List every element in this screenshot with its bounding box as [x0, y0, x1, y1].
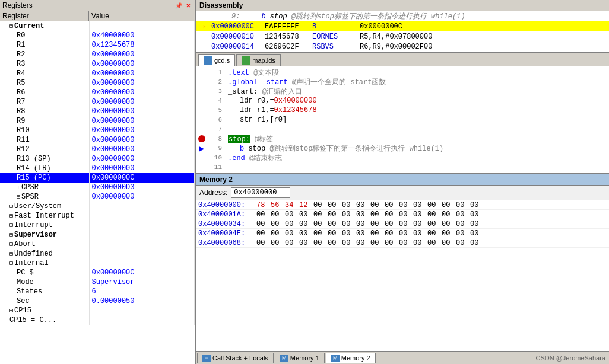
- register-name: ⊞Supervisor: [0, 230, 89, 240]
- code-line-number: 9: [208, 145, 226, 152]
- btab-memory1[interactable]: M Memory 1: [275, 353, 325, 363]
- register-row[interactable]: R14 (LR)0x00000000: [0, 164, 195, 173]
- register-row[interactable]: R60x00000000: [0, 88, 195, 97]
- memory-byte: 00: [470, 239, 482, 247]
- close-icon[interactable]: ✕: [184, 1, 192, 9]
- memory-byte: 00: [370, 239, 382, 247]
- disasm-operands: 0x0000000C: [357, 21, 609, 31]
- register-row[interactable]: ⊟Internal: [0, 258, 195, 268]
- memory-byte: 00: [427, 201, 439, 209]
- register-name: R7: [0, 97, 89, 107]
- register-row[interactable]: R13 (SP)0x00000000: [0, 154, 195, 164]
- register-row[interactable]: R100x00000000: [0, 126, 195, 135]
- memory-byte: 00: [342, 229, 354, 238]
- register-row[interactable]: ⊞Interrupt: [0, 221, 195, 230]
- tab-gcds[interactable]: gcd.s: [198, 54, 235, 66]
- register-row[interactable]: ⊞CPSR0x000000D3: [0, 183, 195, 192]
- register-value: 0x00000000: [89, 145, 195, 154]
- memory-row-address: 0x40000034:: [196, 220, 255, 228]
- memory-byte: 00: [413, 210, 425, 219]
- memory-byte: 00: [413, 201, 425, 209]
- btab-memory2[interactable]: M Memory 2: [326, 353, 376, 363]
- expand-icon[interactable]: ⊞: [9, 203, 13, 210]
- pin-icon[interactable]: 📌: [175, 1, 183, 9]
- btab-mem1-label: Memory 1: [290, 355, 319, 362]
- registers-panel-header: Registers 📌 ✕: [0, 0, 195, 11]
- code-section: gcd.s map.lds 1.text @文本段2.global _start…: [196, 53, 609, 174]
- register-row[interactable]: ModeSupervisor: [0, 277, 195, 287]
- code-area: 1.text @文本段2.global _start @声明一个全局的_star…: [196, 66, 609, 173]
- register-value: [89, 202, 195, 211]
- memory-address-input[interactable]: [231, 187, 290, 198]
- panel-header-icons: 📌 ✕: [175, 1, 192, 9]
- register-row[interactable]: ⊞SPSR0x00000000: [0, 192, 195, 202]
- memory-byte: 00: [313, 201, 325, 209]
- register-row[interactable]: R00x40000000: [0, 31, 195, 40]
- register-row[interactable]: ⊞Fast Interrupt: [0, 211, 195, 221]
- memory-byte: 00: [313, 229, 325, 238]
- disasm-address: 0x00000014: [209, 41, 262, 52]
- registers-scroll[interactable]: ⊟CurrentR00x40000000R10x12345678R20x0000…: [0, 21, 195, 364]
- expand-icon[interactable]: ⊞: [17, 194, 20, 200]
- register-value: 0x40000000: [89, 31, 195, 40]
- register-row[interactable]: ⊞User/System: [0, 202, 195, 211]
- memory-byte: 00: [328, 220, 340, 228]
- register-value: 0x00000000: [89, 116, 195, 126]
- register-value: 0x00000000: [89, 192, 195, 202]
- tab-gcds-icon: [204, 56, 212, 65]
- register-row[interactable]: States6: [0, 287, 195, 296]
- disasm-operands: R6,R9,#0x00002F00: [357, 41, 609, 52]
- memory-byte: 00: [313, 210, 325, 219]
- expand-icon[interactable]: ⊞: [9, 308, 13, 314]
- memory-byte: 00: [299, 210, 311, 219]
- code-line-content: ldr r0,=0x40000000: [226, 97, 609, 105]
- expand-icon[interactable]: ⊞: [9, 222, 13, 229]
- register-row[interactable]: Sec0.00000050: [0, 296, 195, 306]
- register-row[interactable]: R90x00000000: [0, 116, 195, 126]
- register-value: 0x00000000: [89, 78, 195, 88]
- memory-byte: 00: [285, 239, 297, 247]
- memory-byte: 00: [356, 220, 368, 228]
- register-row[interactable]: ⊞Abort: [0, 240, 195, 249]
- register-value: 6: [89, 287, 195, 296]
- btab-callstack[interactable]: ≡ Call Stack + Locals: [197, 353, 274, 363]
- expand-icon[interactable]: ⊞: [9, 213, 13, 219]
- register-row[interactable]: R40x00000000: [0, 69, 195, 78]
- code-line: ▶9b stop @跳转到stop标签下的第一条指令进行执行 while(1): [196, 143, 609, 153]
- register-row[interactable]: R50x00000000: [0, 78, 195, 88]
- register-row[interactable]: R10x12345678: [0, 40, 195, 50]
- register-row[interactable]: R110x00000000: [0, 135, 195, 145]
- register-row[interactable]: R15 (PC)0x0000000C: [0, 173, 195, 183]
- register-value: 0x0000000C: [89, 173, 195, 183]
- register-row[interactable]: R70x00000000: [0, 97, 195, 107]
- expand-icon[interactable]: ⊞: [9, 241, 13, 248]
- register-row[interactable]: R20x00000000: [0, 50, 195, 59]
- expand-icon[interactable]: ⊞: [9, 251, 13, 257]
- memory-row-address: 0x4000004E:: [196, 229, 255, 238]
- register-row[interactable]: ⊞Supervisor: [0, 230, 195, 240]
- register-value: 0.00000050: [89, 296, 195, 306]
- register-row[interactable]: ⊞CP15: [0, 306, 195, 315]
- code-line-content: stop: @标签: [226, 134, 609, 144]
- register-row[interactable]: R30x00000000: [0, 59, 195, 69]
- memory-byte: 00: [370, 229, 382, 238]
- register-value: 0x00000000: [89, 69, 195, 78]
- memory-row: 0x40000034:00000000000000000000000000000…: [196, 219, 609, 229]
- register-row[interactable]: CP15 = C...: [0, 315, 195, 325]
- register-row[interactable]: ⊞Undefined: [0, 249, 195, 258]
- expand-icon[interactable]: ⊟: [9, 260, 13, 267]
- tab-maplds[interactable]: map.lds: [236, 54, 281, 66]
- register-row[interactable]: ⊟Current: [0, 21, 195, 31]
- register-row[interactable]: PC $0x0000000C: [0, 268, 195, 277]
- disasm-hex: 62696C2F: [262, 41, 310, 52]
- memory-data[interactable]: 0x40000000:78563412000000000000000000000…: [196, 200, 609, 351]
- register-row[interactable]: R80x00000000: [0, 107, 195, 116]
- memory-byte: 56: [271, 201, 283, 209]
- code-line-number: 2: [208, 78, 226, 85]
- memory-byte: 00: [342, 210, 354, 219]
- memory-byte: 00: [456, 220, 468, 228]
- expand-icon[interactable]: ⊞: [17, 184, 20, 191]
- expand-icon[interactable]: ⊟: [9, 23, 13, 30]
- register-row[interactable]: R120x00000000: [0, 145, 195, 154]
- expand-icon[interactable]: ⊞: [9, 232, 13, 238]
